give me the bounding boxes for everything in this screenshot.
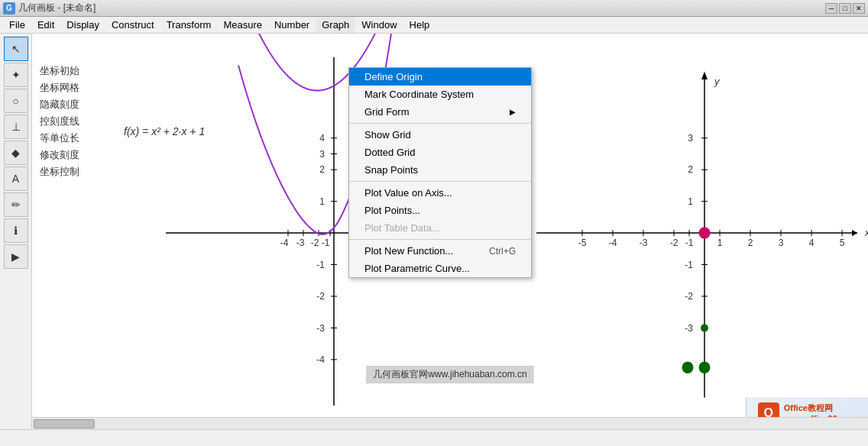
menu-plot-function[interactable]: Plot New Function... Ctrl+G (349, 242, 531, 260)
canvas-area[interactable]: 坐标初始 坐标网格 隐藏刻度 控刻度线 等单位长 修改刻度 坐标控制 f(x) … (32, 34, 868, 429)
svg-marker-27 (852, 230, 857, 236)
tool-select[interactable]: ↖ (4, 37, 28, 61)
dropdown-menu: Define Origin Mark Coordinate System Gri… (348, 67, 532, 278)
svg-text:-1: -1 (322, 237, 330, 247)
menu-snap-points-label: Snap Points (364, 164, 418, 176)
svg-text:1: 1 (688, 196, 693, 207)
menu-mark-coord-label: Mark Coordinate System (364, 89, 474, 100)
menu-plot-points-label: Plot Points... (364, 205, 420, 216)
graph-menu-dropdown: Define Origin Mark Coordinate System Gri… (348, 67, 532, 278)
menu-plot-points[interactable]: Plot Points... (349, 202, 531, 219)
svg-text:-5: -5 (578, 237, 587, 247)
svg-text:-1: -1 (316, 259, 325, 270)
menu-plot-table-label: Plot Table Data... (364, 222, 440, 234)
separator-2 (349, 181, 531, 182)
svg-point-65 (682, 362, 693, 373)
svg-text:3: 3 (319, 148, 325, 159)
svg-text:-3: -3 (296, 237, 305, 247)
svg-text:4: 4 (319, 133, 325, 144)
tool-play[interactable]: ▶ (4, 244, 28, 269)
menu-define-origin-label: Define Origin (364, 71, 423, 82)
main-layout: ↖ ✦ ○ ⊥ ◆ A ✏ ℹ ▶ 坐标初始 坐标网格 隐藏刻度 控刻度线 等单… (0, 34, 868, 429)
svg-text:5: 5 (840, 237, 845, 247)
menu-dotted-grid-label: Dotted Grid (364, 147, 415, 158)
svg-point-66 (699, 362, 710, 373)
svg-text:-2: -2 (311, 237, 319, 247)
status-bar (0, 429, 868, 446)
tool-line[interactable]: ⊥ (4, 115, 28, 139)
tool-circle[interactable]: ○ (4, 89, 28, 113)
separator-3 (349, 239, 531, 240)
menu-grid-form[interactable]: Grid Form ▶ (349, 103, 531, 121)
scrollbar-area[interactable] (32, 417, 868, 429)
svg-text:2: 2 (319, 164, 325, 175)
svg-text:1: 1 (319, 196, 325, 207)
menu-plot-table: Plot Table Data... (349, 219, 531, 237)
close-button[interactable]: ✕ (853, 3, 865, 14)
toolbar-left: ↖ ✦ ○ ⊥ ◆ A ✏ ℹ ▶ (0, 34, 32, 429)
menu-bar: File Edit Display Construct Transform Me… (0, 17, 868, 34)
menu-grid-form-label: Grid Form (364, 106, 410, 118)
menu-mark-coord-system[interactable]: Mark Coordinate System (349, 86, 531, 103)
menu-display[interactable]: Display (60, 17, 105, 33)
watermark: 几何画板官网www.jihehuaban.com.cn (366, 366, 533, 383)
menu-snap-points[interactable]: Snap Points (349, 161, 531, 179)
menu-plot-value[interactable]: Plot Value on Axis... (349, 184, 531, 202)
svg-text:-3: -3 (685, 322, 693, 333)
svg-text:-1: -1 (685, 237, 694, 247)
svg-text:-2: -2 (670, 237, 679, 247)
svg-text:-4: -4 (609, 237, 617, 247)
menu-plot-parametric-label: Plot Parametric Curve... (364, 263, 470, 274)
maximize-button[interactable]: □ (839, 3, 851, 14)
menu-dotted-grid[interactable]: Dotted Grid (349, 144, 531, 161)
minimize-button[interactable]: ─ (825, 3, 837, 14)
svg-point-67 (701, 324, 708, 331)
svg-text:y: y (714, 76, 721, 87)
app-icon: G (3, 2, 15, 15)
svg-text:3: 3 (779, 237, 784, 247)
tool-info[interactable]: ℹ (4, 218, 28, 243)
tool-polygon[interactable]: ◆ (4, 141, 28, 165)
window-title: 几何画板 - [未命名] (18, 2, 96, 15)
menu-number[interactable]: Number (268, 17, 316, 33)
svg-text:1: 1 (717, 237, 723, 247)
menu-define-origin[interactable]: Define Origin (349, 68, 531, 86)
separator-1 (349, 123, 531, 124)
menu-grid-form-arrow: ▶ (510, 108, 516, 116)
svg-text:-2: -2 (316, 291, 325, 302)
window-controls[interactable]: ─ □ ✕ (825, 3, 865, 14)
svg-text:-3: -3 (316, 322, 325, 333)
title-bar: G 几何画板 - [未命名] ─ □ ✕ (0, 0, 868, 17)
svg-text:-3: -3 (640, 237, 648, 247)
menu-construct[interactable]: Construct (105, 17, 160, 33)
menu-edit[interactable]: Edit (31, 17, 60, 33)
menu-file[interactable]: File (3, 17, 31, 33)
menu-transform[interactable]: Transform (160, 17, 218, 33)
menu-plot-function-label: Plot New Function... (364, 245, 453, 257)
tool-point[interactable]: ✦ (4, 63, 28, 87)
scroll-thumb[interactable] (34, 419, 95, 428)
svg-text:-4: -4 (316, 354, 325, 365)
menu-show-grid[interactable]: Show Grid (349, 126, 531, 144)
svg-text:-1: -1 (685, 259, 693, 270)
svg-text:-2: -2 (685, 291, 693, 302)
menu-help[interactable]: Help (403, 17, 436, 33)
svg-text:3: 3 (688, 133, 693, 144)
menu-plot-function-shortcut: Ctrl+G (489, 246, 516, 257)
menu-plot-value-label: Plot Value on Axis... (364, 187, 452, 199)
tool-text[interactable]: A (4, 166, 28, 191)
svg-text:2: 2 (748, 237, 753, 247)
svg-text:2: 2 (688, 164, 693, 175)
menu-plot-parametric[interactable]: Plot Parametric Curve... (349, 260, 531, 277)
svg-marker-30 (701, 72, 708, 79)
svg-text:x: x (864, 227, 868, 238)
tool-pencil[interactable]: ✏ (4, 192, 28, 217)
menu-measure[interactable]: Measure (217, 17, 268, 33)
menu-window[interactable]: Window (355, 17, 403, 33)
svg-text:-4: -4 (280, 237, 289, 247)
svg-point-64 (699, 228, 710, 239)
menu-graph[interactable]: Graph (316, 17, 355, 33)
svg-text:4: 4 (809, 237, 815, 247)
menu-show-grid-label: Show Grid (364, 129, 411, 141)
